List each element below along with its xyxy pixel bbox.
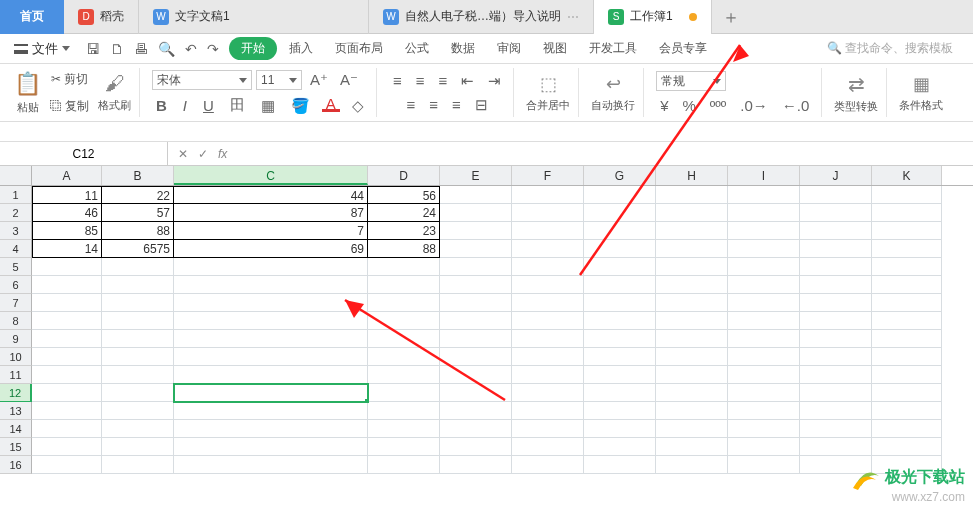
cell[interactable] [512, 330, 584, 348]
cell[interactable] [656, 420, 728, 438]
cut-button[interactable]: ✂剪切 [48, 70, 91, 89]
cell[interactable]: 44 [174, 186, 368, 204]
cell[interactable] [800, 384, 872, 402]
cell[interactable] [102, 420, 174, 438]
cell[interactable] [656, 312, 728, 330]
cell[interactable] [102, 330, 174, 348]
format-painter-button[interactable]: 🖌 格式刷 [98, 72, 131, 113]
cell[interactable] [872, 402, 942, 420]
cell[interactable] [584, 420, 656, 438]
cell[interactable] [584, 204, 656, 222]
cell[interactable]: 14 [32, 240, 102, 258]
cell[interactable] [656, 384, 728, 402]
cell[interactable] [174, 402, 368, 420]
cell[interactable] [728, 240, 800, 258]
col-header-E[interactable]: E [440, 166, 512, 185]
cell[interactable]: 11 [32, 186, 102, 204]
cell[interactable] [728, 366, 800, 384]
tab-add[interactable]: ＋ [712, 5, 750, 29]
command-search[interactable]: 🔍 查找命令、搜索模板 [827, 40, 965, 57]
cell[interactable] [800, 186, 872, 204]
merge-center-button[interactable]: ⬚ 合并居中 [526, 73, 570, 113]
cell[interactable] [872, 204, 942, 222]
cell[interactable] [872, 186, 942, 204]
cell[interactable] [584, 276, 656, 294]
cell[interactable] [174, 456, 368, 474]
fill-handle[interactable] [364, 398, 368, 402]
cell[interactable] [584, 294, 656, 312]
cell[interactable] [656, 402, 728, 420]
tab-doc1[interactable]: W 文字文稿1 [139, 0, 369, 34]
align-center[interactable]: ≡ [425, 96, 442, 113]
cell[interactable] [728, 438, 800, 456]
cell[interactable]: 56 [368, 186, 440, 204]
cell[interactable] [368, 402, 440, 420]
font-name-select[interactable]: 宋体 [152, 70, 252, 90]
menu-insert[interactable]: 插入 [279, 40, 323, 57]
cell[interactable]: 88 [368, 240, 440, 258]
menu-review[interactable]: 审阅 [487, 40, 531, 57]
cell[interactable] [512, 384, 584, 402]
cell[interactable] [368, 276, 440, 294]
cell[interactable] [584, 330, 656, 348]
cell[interactable] [174, 420, 368, 438]
cell[interactable] [800, 222, 872, 240]
cell[interactable] [368, 420, 440, 438]
cell[interactable]: 7 [174, 222, 368, 240]
tab-menu-icon[interactable]: ⋯ [567, 10, 579, 24]
cell[interactable] [102, 276, 174, 294]
font-color-button[interactable]: A [322, 99, 340, 112]
cell[interactable] [440, 330, 512, 348]
cell[interactable]: 87 [174, 204, 368, 222]
currency-button[interactable]: ¥ [656, 97, 672, 114]
cell[interactable] [512, 258, 584, 276]
cell[interactable] [800, 420, 872, 438]
cell[interactable] [800, 402, 872, 420]
tab-home[interactable]: 首页 [0, 0, 64, 34]
col-header-J[interactable]: J [800, 166, 872, 185]
cell[interactable] [728, 204, 800, 222]
cell[interactable] [872, 240, 942, 258]
cell[interactable] [368, 456, 440, 474]
cell[interactable] [440, 420, 512, 438]
increase-font-button[interactable]: A⁺ [306, 71, 332, 89]
fx-label[interactable]: fx [218, 147, 227, 161]
cell[interactable] [368, 438, 440, 456]
row-header[interactable]: 15 [0, 438, 32, 456]
cell[interactable] [584, 384, 656, 402]
select-all-corner[interactable] [0, 166, 32, 186]
cell[interactable] [32, 348, 102, 366]
row-header[interactable]: 5 [0, 258, 32, 276]
cell[interactable] [656, 204, 728, 222]
cell[interactable] [368, 384, 440, 402]
type-convert-button[interactable]: ⇄ 类型转换 [834, 72, 878, 114]
fill-color-button[interactable]: 🪣 [287, 97, 314, 115]
cell[interactable] [102, 366, 174, 384]
tab-doke[interactable]: D 稻壳 [64, 0, 139, 34]
cell[interactable] [584, 402, 656, 420]
cell[interactable] [102, 438, 174, 456]
cell[interactable] [872, 366, 942, 384]
number-format-select[interactable]: 常规 [656, 71, 726, 91]
cell[interactable] [800, 438, 872, 456]
col-header-K[interactable]: K [872, 166, 942, 185]
cell[interactable] [656, 366, 728, 384]
cell[interactable] [174, 366, 368, 384]
row-header[interactable]: 14 [0, 420, 32, 438]
menu-devtools[interactable]: 开发工具 [579, 40, 647, 57]
align-left[interactable]: ≡ [402, 96, 419, 113]
cell[interactable] [584, 258, 656, 276]
cell[interactable] [728, 384, 800, 402]
cell[interactable] [800, 312, 872, 330]
cell[interactable] [728, 456, 800, 474]
cell[interactable] [800, 204, 872, 222]
row-header[interactable]: 7 [0, 294, 32, 312]
tab-workbook-active[interactable]: S 工作簿1 [594, 0, 712, 34]
cell[interactable] [174, 258, 368, 276]
col-header-B[interactable]: B [102, 166, 174, 185]
confirm-icon[interactable]: ✓ [198, 147, 208, 161]
menu-view[interactable]: 视图 [533, 40, 577, 57]
dec-decimal[interactable]: ←.0 [778, 97, 814, 114]
col-header-A[interactable]: A [32, 166, 102, 185]
cell[interactable] [440, 366, 512, 384]
